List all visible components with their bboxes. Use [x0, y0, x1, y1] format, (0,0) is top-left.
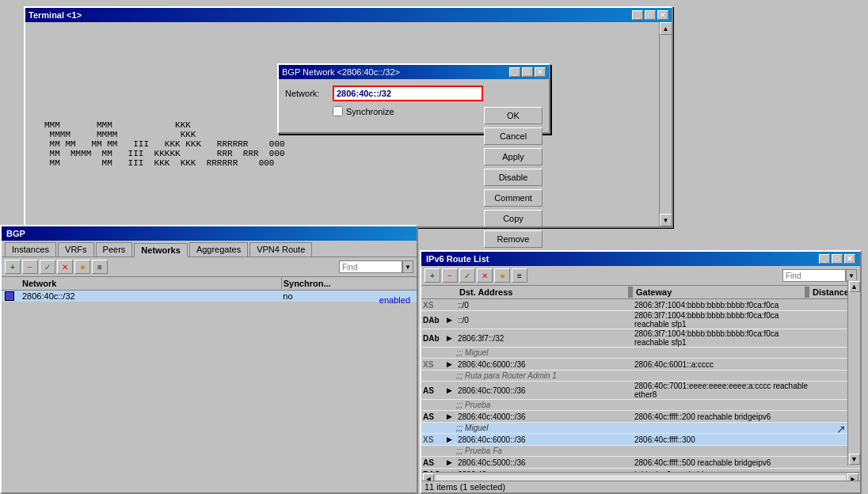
- ipv6-remove-btn[interactable]: −: [442, 268, 458, 283]
- ipv6-minimize-btn[interactable]: _: [819, 254, 830, 264]
- synchronize-checkbox[interactable]: [333, 106, 343, 116]
- ipv6-col-type: [423, 287, 447, 298]
- row-gateway: 2806:3f7:1004:bbbb:bbbb:bbbb:f0ca:f0ca r…: [634, 329, 811, 347]
- bgp-tabs: Instances VRFs Peers Networks Aggregates…: [2, 241, 417, 257]
- ipv6-vscrollbar[interactable]: ▲ ▼: [847, 280, 860, 466]
- row-type: RAC: [423, 470, 447, 473]
- synchronize-label: Synchronize: [346, 107, 394, 116]
- terminal-title: Terminal <1>: [29, 10, 82, 20]
- table-row-comment: ;;; Miguel: [421, 348, 860, 359]
- bgp-dialog-close-btn[interactable]: ✕: [535, 67, 546, 77]
- bgp-filter-btn[interactable]: ≡: [92, 260, 108, 274]
- ok-button[interactable]: OK: [484, 107, 542, 124]
- bgp-dialog-titlebar: BGP Network <2806:40c::/32> _ □ ✕: [279, 65, 549, 79]
- row-dst: ::/0: [458, 301, 634, 310]
- tab-vrfs[interactable]: VRFs: [58, 242, 94, 256]
- terminal-scrollbar[interactable]: ▲ ▼: [659, 22, 672, 226]
- bgp-dialog: BGP Network <2806:40c::/32> _ □ ✕ Networ…: [277, 63, 550, 134]
- tab-vpn4-routes[interactable]: VPN4 Route: [249, 242, 312, 256]
- bgp-star-btn[interactable]: ★: [74, 260, 90, 274]
- ipv6-col-dst: Dst. Address: [458, 287, 626, 298]
- bgp-add-btn[interactable]: +: [5, 260, 21, 274]
- vscroll-track: [848, 293, 860, 453]
- comment-text: ;;; Miguel: [456, 348, 489, 357]
- terminal-minimize-btn[interactable]: _: [632, 10, 643, 20]
- terminal-close-btn[interactable]: ✕: [657, 10, 668, 20]
- row-dst: 2806:40c:6000::/36: [458, 435, 634, 444]
- table-row-section: ;;; Ruta para Router Admin 1: [421, 370, 860, 382]
- ipv6-close-btn[interactable]: ✕: [844, 254, 855, 264]
- ipv6-panel: IPv6 Route List _ □ ✕ + − ✓ ✕ ★ ≡ ▼ Dst.…: [420, 250, 862, 494]
- row-dst: 2806:40c:6000::/36: [458, 360, 634, 369]
- tab-instances[interactable]: Instances: [5, 242, 56, 256]
- bgp-dialog-body: Network: Synchronize OK Cancel Apply Dis…: [279, 79, 549, 132]
- ipv6-col-gateway: Gateway: [634, 287, 803, 298]
- bgp-check-btn[interactable]: ✓: [40, 260, 55, 274]
- network-label: Network:: [285, 89, 333, 98]
- tab-networks[interactable]: Networks: [134, 243, 188, 257]
- row-dst: 2806:40c:4000::/36: [458, 412, 634, 421]
- copy-button[interactable]: Copy: [484, 210, 542, 227]
- tab-aggregates[interactable]: Aggregates: [189, 242, 248, 256]
- terminal-maximize-btn[interactable]: □: [645, 10, 656, 20]
- bgp-find-dropdown-btn[interactable]: ▼: [402, 260, 413, 273]
- ipv6-maximize-btn[interactable]: □: [832, 254, 843, 264]
- bgp-toolbar: + − ✓ ✕ ★ ≡ ▼: [2, 257, 417, 277]
- vscroll-down-btn[interactable]: ▼: [849, 454, 860, 465]
- terminal-titlebar: Terminal <1> _ □ ✕: [25, 8, 672, 22]
- bgp-table-body: 2806:40c::/32 no: [2, 291, 417, 465]
- bgp-dialog-minimize-btn[interactable]: _: [509, 67, 520, 77]
- row-arrow: ▶: [447, 412, 458, 420]
- ipv6-table-body: XS ::/0 2806:3f7:1004:bbbb:bbbb:bbbb:f0c…: [421, 299, 860, 472]
- table-row[interactable]: DAb ▶ ::/0 2806:3f7:1004:bbbb:bbbb:bbbb:…: [421, 311, 860, 329]
- table-row[interactable]: AS ▶ 2806:40c:4000::/36 2806:40c:ffff::2…: [421, 411, 860, 423]
- row-type: XS: [423, 301, 447, 310]
- ipv6-status-text: 11 items (1 selected): [424, 482, 505, 492]
- bgp-table-row[interactable]: 2806:40c::/32 no: [2, 291, 417, 302]
- row-type: AS: [423, 458, 447, 467]
- ipv6-find-input[interactable]: [782, 269, 846, 282]
- table-row[interactable]: XS ▶ 2806:40c:6000::/36 2806:40c:6001::a…: [421, 359, 860, 370]
- row-arrow: ▶: [447, 334, 458, 342]
- row-dst: 2806:3f7::/32: [458, 334, 634, 343]
- row-gateway: 2806:40c:6001::a:cccc: [634, 360, 811, 369]
- terminal-titlebar-buttons: _ □ ✕: [632, 10, 668, 20]
- scrollbar-down-btn[interactable]: ▼: [660, 214, 672, 226]
- bgp-dialog-maximize-btn[interactable]: □: [522, 67, 533, 77]
- row-gateway: 2806:3f7:1004:bbbb:bbbb:bbbb:f0ca:f0ca r…: [634, 311, 811, 329]
- ipv6-add-btn[interactable]: +: [424, 268, 440, 283]
- vscroll-up-btn[interactable]: ▲: [849, 281, 860, 292]
- bgp-x-btn[interactable]: ✕: [57, 260, 73, 274]
- bgp-remove-btn[interactable]: −: [22, 260, 38, 274]
- table-row[interactable]: RAC ▶ 2806:40c:... bridgeipv6 reachable: [421, 469, 860, 472]
- scrollbar-up-btn[interactable]: ▲: [660, 22, 672, 35]
- cancel-button[interactable]: Cancel: [484, 127, 542, 145]
- table-row-selected[interactable]: XS ▶ 2806:40c:6000::/36 2806:40c:ffff::3…: [421, 434, 860, 446]
- ipv6-x-btn[interactable]: ✕: [477, 268, 493, 283]
- row-type: DAb: [423, 316, 447, 325]
- comment-button[interactable]: Comment: [484, 189, 542, 207]
- apply-button[interactable]: Apply: [484, 148, 542, 165]
- bgp-find-input[interactable]: [339, 260, 402, 273]
- row-gateway: bridgeipv6 reachable: [634, 470, 811, 473]
- bgp-panel-titlebar: BGP: [2, 226, 417, 241]
- tab-peers[interactable]: Peers: [96, 242, 133, 256]
- remove-button[interactable]: Remove: [484, 230, 542, 248]
- table-row[interactable]: XS ::/0 2806:3f7:1004:bbbb:bbbb:bbbb:f0c…: [421, 299, 860, 311]
- bgp-row-network: 2806:40c::/32: [21, 291, 281, 301]
- table-row[interactable]: AS ▶ 2806:40c:7000::/36 2806:40c:7001:ee…: [421, 382, 860, 400]
- ipv6-status-bar: 11 items (1 selected): [421, 481, 860, 492]
- row-arrow: ▶: [447, 316, 458, 324]
- bgp-dialog-title: BGP Network <2806:40c::/32>: [282, 67, 400, 77]
- ipv6-table-header: Dst. Address Gateway Distance: [421, 286, 860, 299]
- row-dst: ::/0: [458, 316, 634, 325]
- table-row[interactable]: AS ▶ 2806:40c:5000::/36 2806:40c:ffff::5…: [421, 457, 860, 469]
- disable-button[interactable]: Disable: [484, 169, 542, 186]
- ipv6-filter-btn[interactable]: ≡: [512, 268, 527, 283]
- network-input[interactable]: [333, 86, 483, 101]
- table-row[interactable]: DAb ▶ 2806:3f7::/32 2806:3f7:1004:bbbb:b…: [421, 329, 860, 348]
- bgp-table-header: Network Synchron...: [2, 277, 417, 291]
- ipv6-check-btn[interactable]: ✓: [459, 268, 475, 283]
- ipv6-panel-title: IPv6 Route List: [426, 254, 489, 264]
- ipv6-star-btn[interactable]: ★: [494, 268, 510, 283]
